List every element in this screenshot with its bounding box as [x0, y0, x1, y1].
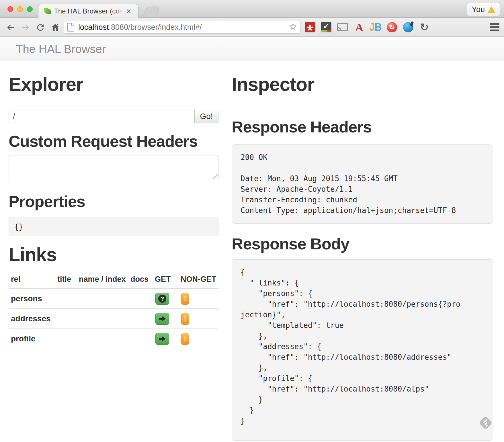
non-get-button-addresses[interactable]: !	[181, 313, 189, 325]
explorer-heading: Explorer	[9, 75, 218, 94]
col-get: GET	[153, 271, 178, 289]
exclamation-icon: !	[184, 295, 186, 302]
properties-box: {}	[9, 217, 218, 236]
zoom-window-button[interactable]	[27, 6, 33, 12]
spring-leaf-favicon	[44, 7, 52, 15]
letter-a-icon[interactable]: A	[354, 21, 365, 33]
col-docs: docs	[128, 271, 153, 289]
links-table: rel title name / index docs GET NON-GET …	[9, 271, 218, 349]
address-row: Go!	[9, 110, 218, 123]
new-tab-button[interactable]	[143, 7, 160, 17]
titlebar: The HAL Browser (customiz × You !	[0, 0, 504, 18]
browser-tab[interactable]: The HAL Browser (customiz ×	[38, 4, 138, 18]
lastpass-icon[interactable]: *	[304, 21, 315, 33]
properties-value: {}	[14, 222, 24, 231]
close-window-button[interactable]	[7, 6, 13, 12]
custom-headers-textarea[interactable]	[9, 155, 218, 179]
table-row-persons: persons ? !	[9, 289, 218, 309]
reload-icon[interactable]	[35, 22, 46, 33]
links-header-row: rel title name / index docs GET NON-GET	[9, 271, 218, 289]
checkmark-icon[interactable]: ✓	[321, 21, 332, 33]
url-path: :8080/browser/index.html#/	[109, 23, 202, 32]
arrow-right-icon	[159, 336, 166, 341]
profile-button[interactable]: You !	[467, 3, 500, 16]
jetbrains-icon[interactable]: JB	[370, 21, 381, 33]
minimize-window-button[interactable]	[17, 6, 23, 12]
get-button-profile[interactable]	[155, 333, 169, 345]
col-rel: rel	[9, 271, 55, 289]
col-name-index: name / index	[77, 271, 128, 289]
go-button[interactable]: Go!	[194, 110, 218, 123]
url-text[interactable]: localhost:8080/browser/index.html#/	[78, 23, 289, 32]
page-header: The HAL Browser	[0, 37, 504, 61]
rel-label: profile	[9, 329, 55, 349]
inspector-heading: Inspector	[232, 75, 493, 94]
refresh-orb-icon[interactable]: ↻	[386, 21, 397, 33]
page-icon	[67, 23, 74, 32]
profile-label: You	[472, 5, 485, 14]
forward-icon[interactable]	[20, 22, 31, 33]
url-bar[interactable]: localhost:8080/browser/index.html#/	[64, 21, 300, 34]
response-headers-box: 200 OK Date: Mon, 03 Aug 2015 19:55:45 G…	[232, 144, 493, 224]
page-title: The HAL Browser	[16, 43, 106, 56]
non-get-button-profile[interactable]: !	[181, 333, 189, 345]
table-row-profile: profile !	[9, 329, 218, 349]
response-body-heading: Response Body	[232, 236, 493, 252]
custom-headers-heading: Custom Request Headers	[9, 133, 218, 149]
address-input[interactable]	[9, 110, 195, 123]
inspector-panel: Inspector Response Headers 200 OK Date: …	[232, 61, 493, 441]
arrow-right-icon	[159, 316, 166, 321]
toolbar: localhost:8080/browser/index.html#/ * ✓ …	[0, 18, 504, 37]
table-row-addresses: addresses !	[9, 309, 218, 329]
tab-close-icon[interactable]: ×	[126, 7, 131, 15]
home-icon[interactable]	[50, 22, 61, 33]
col-non-get: NON-GET	[178, 271, 218, 289]
feedly-icon[interactable]	[479, 416, 492, 429]
browser-window: The HAL Browser (customiz × You ! localh…	[0, 0, 504, 442]
blue-orb-icon[interactable]	[403, 21, 414, 33]
url-host: localhost	[78, 23, 109, 32]
bookmark-star-icon[interactable]	[289, 22, 297, 32]
back-icon[interactable]	[5, 22, 16, 33]
response-body-text: { "_links": { "persons": { "href": "http…	[241, 267, 484, 426]
get-button-persons[interactable]: ?	[155, 293, 169, 305]
tab-title: The HAL Browser (customiz	[54, 7, 123, 15]
response-body-box: { "_links": { "persons": { "href": "http…	[232, 259, 493, 441]
cast-icon[interactable]	[337, 21, 348, 33]
exclamation-icon: !	[184, 335, 186, 342]
question-circle-icon: ?	[158, 295, 166, 303]
sync-icon[interactable]: ↻	[419, 21, 430, 33]
response-headers-heading: Response Headers	[232, 119, 493, 135]
explorer-panel: Explorer Go! Custom Request Headers Prop…	[9, 61, 218, 349]
exclamation-icon: !	[184, 315, 186, 322]
properties-heading: Properties	[9, 193, 218, 210]
rel-label: addresses	[9, 309, 55, 329]
rel-label: persons	[9, 289, 55, 309]
links-heading: Links	[9, 245, 218, 264]
non-get-button-persons[interactable]: !	[181, 293, 189, 305]
get-button-addresses[interactable]	[155, 313, 169, 325]
response-headers-text: 200 OK Date: Mon, 03 Aug 2015 19:55:45 G…	[241, 152, 484, 216]
warning-icon: !	[488, 6, 495, 13]
col-title: title	[55, 271, 77, 289]
menu-icon[interactable]	[490, 23, 499, 31]
